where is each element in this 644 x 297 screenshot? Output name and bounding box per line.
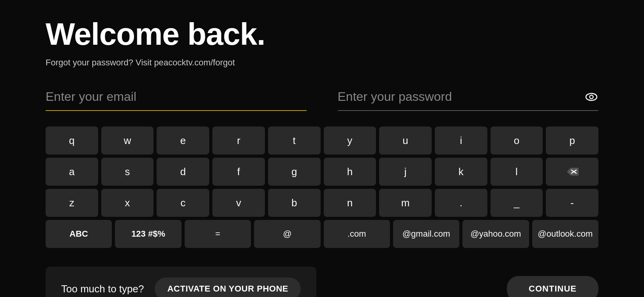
password-field-group [338,86,599,111]
forgot-password-text: Forgot your password? Visit peacocktv.co… [46,58,598,68]
key-s[interactable]: s [101,158,154,186]
on-screen-keyboard: q w e r t y u i o p a s d f g h j k l [46,127,598,248]
input-row [46,86,598,111]
keyboard-row-4: ABC 123 #$% = @ .com @gmail.com @yahoo.c… [46,220,598,248]
key-z[interactable]: z [46,189,98,217]
key-dotcom[interactable]: .com [324,220,390,248]
key-y[interactable]: y [324,127,376,155]
svg-point-0 [586,93,597,100]
key-e[interactable]: e [157,127,209,155]
key-a[interactable]: a [46,158,98,186]
key-symbols[interactable]: 123 #$% [115,220,181,248]
key-period[interactable]: . [435,189,487,217]
svg-point-1 [590,95,593,99]
key-w[interactable]: w [101,127,154,155]
key-n[interactable]: n [324,189,376,217]
key-i[interactable]: i [435,127,487,155]
bottom-bar: Too much to type? ACTIVATE ON YOUR PHONE… [46,267,598,297]
activate-on-phone-button[interactable]: ACTIVATE ON YOUR PHONE [155,278,300,297]
key-r[interactable]: r [212,127,265,155]
key-equals[interactable]: = [185,220,251,248]
key-v[interactable]: v [212,189,265,217]
key-backspace[interactable] [546,158,598,186]
key-q[interactable]: q [46,127,98,155]
key-gmail[interactable]: @gmail.com [393,220,459,248]
key-b[interactable]: b [268,189,321,217]
keyboard-row-2: a s d f g h j k l [46,158,598,186]
key-hyphen[interactable]: - [546,189,598,217]
page-title: Welcome back. [46,17,598,51]
show-password-icon[interactable] [584,90,598,105]
key-outlook[interactable]: @outlook.com [532,220,598,248]
key-d[interactable]: d [157,158,209,186]
key-p[interactable]: p [546,127,598,155]
key-m[interactable]: m [379,189,432,217]
activate-section: Too much to type? ACTIVATE ON YOUR PHONE [46,267,316,297]
key-yahoo[interactable]: @yahoo.com [462,220,529,248]
key-g[interactable]: g [268,158,321,186]
continue-button[interactable]: CONTINUE [507,276,598,297]
keyboard-row-3: z x c v b n m . _ - [46,189,598,217]
email-field-group [46,86,307,111]
too-much-label: Too much to type? [61,283,144,295]
key-f[interactable]: f [212,158,265,186]
key-u[interactable]: u [379,127,432,155]
email-input[interactable] [46,86,307,107]
password-input[interactable] [338,86,599,107]
key-x[interactable]: x [101,189,154,217]
key-l[interactable]: l [490,158,543,186]
key-underscore[interactable]: _ [490,189,543,217]
key-abc[interactable]: ABC [46,220,112,248]
keyboard-row-1: q w e r t y u i o p [46,127,598,155]
key-k[interactable]: k [435,158,487,186]
main-container: Welcome back. Forgot your password? Visi… [0,0,644,297]
key-o[interactable]: o [490,127,543,155]
key-at[interactable]: @ [254,220,320,248]
key-c[interactable]: c [157,189,209,217]
key-j[interactable]: j [379,158,432,186]
key-t[interactable]: t [268,127,321,155]
key-h[interactable]: h [324,158,376,186]
